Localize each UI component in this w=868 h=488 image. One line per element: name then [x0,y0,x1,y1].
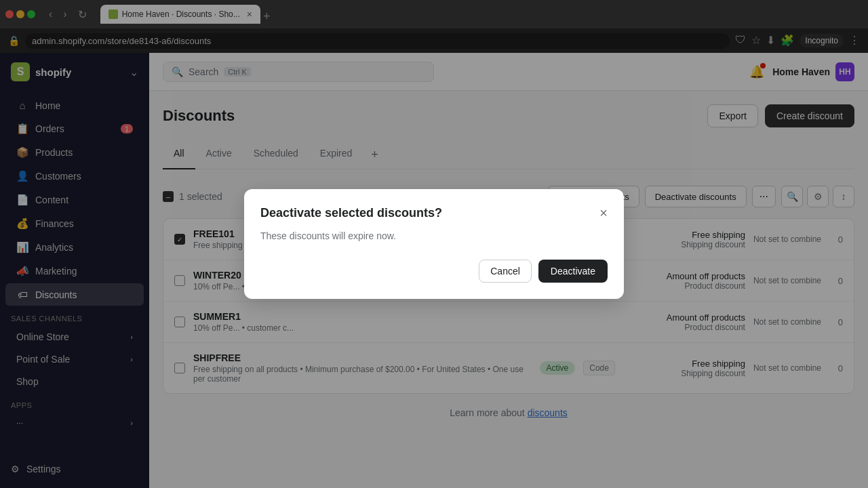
modal-title: Deactivate selected discounts? [260,206,442,220]
modal-overlay[interactable]: Deactivate selected discounts? × These d… [0,0,868,488]
deactivate-modal: Deactivate selected discounts? × These d… [244,189,624,299]
deactivate-button[interactable]: Deactivate [538,260,608,283]
modal-close-button[interactable]: × [599,205,608,221]
modal-footer: Cancel Deactivate [260,260,608,283]
modal-header: Deactivate selected discounts? × [260,205,608,221]
modal-body: These discounts will expire now. [260,229,608,243]
cancel-button[interactable]: Cancel [479,260,532,283]
